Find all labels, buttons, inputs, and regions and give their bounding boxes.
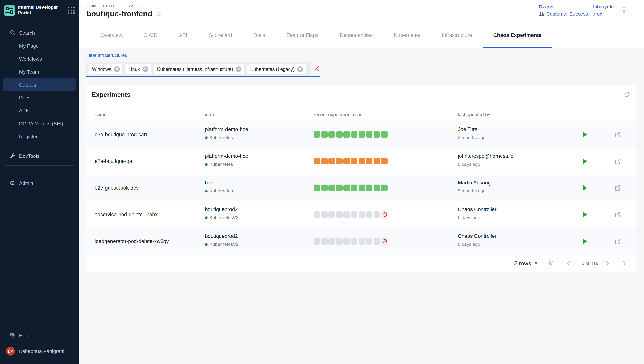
tab-api[interactable]: API bbox=[168, 23, 198, 48]
run-square[interactable] bbox=[381, 185, 388, 191]
tab-scorecard[interactable]: Scorecard bbox=[198, 23, 243, 48]
run-experiment-button[interactable] bbox=[582, 158, 587, 164]
sidebar-item-docs[interactable]: Docs bbox=[0, 91, 79, 104]
run-experiment-button[interactable] bbox=[582, 238, 587, 244]
run-square[interactable] bbox=[381, 131, 388, 138]
run-square[interactable] bbox=[329, 211, 335, 218]
run-square[interactable] bbox=[313, 185, 320, 191]
run-square[interactable] bbox=[344, 185, 350, 191]
tab-infrastructure[interactable]: Infrastructure bbox=[431, 23, 483, 48]
sidebar-item-catalog[interactable]: Catalog bbox=[3, 78, 76, 91]
sidebar-item-register[interactable]: Register bbox=[0, 130, 79, 143]
run-square[interactable] bbox=[321, 185, 328, 191]
filter-infrastructures-link[interactable]: Filter Infrastructures bbox=[86, 52, 127, 58]
table-row[interactable]: loadgenerator-pod-delete-xw3qyboutiquepr… bbox=[86, 228, 636, 254]
open-in-new-icon[interactable] bbox=[614, 131, 621, 138]
open-in-new-icon[interactable] bbox=[614, 211, 621, 218]
chip-remove-icon[interactable]: ✕ bbox=[143, 66, 148, 72]
run-square[interactable] bbox=[336, 158, 343, 165]
open-in-new-icon[interactable] bbox=[614, 238, 621, 244]
app-grid-icon[interactable] bbox=[68, 7, 75, 14]
table-row[interactable]: e2e-guestbook-devhceKubernetesMartin Ans… bbox=[86, 174, 636, 201]
run-square[interactable] bbox=[351, 131, 358, 138]
sidebar-item-dora-metrics-sei-[interactable]: DORA Metrics (SEI) bbox=[0, 117, 79, 130]
first-page-button[interactable] bbox=[548, 260, 555, 266]
tab-overview[interactable]: Overview bbox=[90, 23, 133, 48]
run-square[interactable] bbox=[321, 131, 328, 138]
run-square[interactable] bbox=[351, 158, 358, 165]
tab-dependencies[interactable]: Dependencies bbox=[329, 23, 384, 48]
run-square[interactable] bbox=[344, 238, 350, 245]
run-square[interactable] bbox=[329, 185, 335, 191]
run-square[interactable] bbox=[336, 185, 343, 191]
run-square[interactable] bbox=[329, 238, 335, 245]
run-experiment-button[interactable] bbox=[582, 212, 587, 218]
table-row[interactable]: adservice-pod-delete-5lwbxboutiqueprod2K… bbox=[86, 201, 636, 228]
tab-kubernetes[interactable]: Kubernetes bbox=[383, 23, 431, 48]
sidebar-item-devtools[interactable]: DevTools bbox=[0, 150, 79, 162]
run-square[interactable] bbox=[366, 238, 373, 245]
run-square[interactable] bbox=[359, 238, 365, 245]
refresh-icon[interactable] bbox=[623, 91, 631, 98]
sidebar-item-my-page[interactable]: My Page bbox=[0, 39, 79, 52]
run-square[interactable] bbox=[366, 158, 373, 165]
run-square[interactable] bbox=[366, 211, 373, 218]
run-square[interactable] bbox=[313, 158, 320, 165]
open-in-new-icon[interactable] bbox=[614, 185, 621, 191]
next-page-button[interactable] bbox=[603, 260, 610, 266]
run-square[interactable] bbox=[374, 211, 380, 218]
run-square[interactable] bbox=[344, 158, 350, 165]
favorite-star-icon[interactable]: ☆ bbox=[156, 11, 162, 17]
run-square[interactable] bbox=[374, 238, 380, 245]
user-menu[interactable]: DP Debabrata Panigrahi bbox=[0, 342, 79, 360]
run-square[interactable] bbox=[374, 158, 380, 165]
sidebar-item-search[interactable]: Search bbox=[0, 26, 79, 39]
run-square[interactable] bbox=[359, 158, 365, 165]
run-square[interactable] bbox=[359, 185, 365, 191]
run-experiment-button[interactable] bbox=[582, 132, 587, 138]
run-square[interactable] bbox=[351, 238, 358, 245]
open-in-new-icon[interactable] bbox=[614, 158, 621, 164]
table-row[interactable]: e2e-boutique-qaplatform-demo-hceKubernet… bbox=[86, 148, 636, 174]
run-square[interactable] bbox=[351, 211, 358, 218]
run-square[interactable] bbox=[313, 131, 320, 138]
table-row[interactable]: e2e-boutique-prod-cartplatform-demo-hceK… bbox=[86, 121, 636, 148]
run-square[interactable] bbox=[359, 131, 365, 138]
run-square[interactable] bbox=[329, 131, 335, 138]
kebab-menu-icon[interactable] bbox=[622, 6, 626, 14]
run-square[interactable] bbox=[329, 158, 335, 165]
sidebar-item-my-team[interactable]: My Team bbox=[0, 65, 79, 78]
run-square[interactable] bbox=[321, 158, 328, 165]
run-square[interactable] bbox=[374, 131, 380, 138]
rows-per-page-select[interactable]: 5 rows ▼ bbox=[514, 260, 538, 266]
sidebar-item-apis[interactable]: APIs bbox=[0, 104, 79, 117]
run-square[interactable] bbox=[313, 211, 320, 218]
run-experiment-button[interactable] bbox=[582, 185, 587, 191]
clear-filters-icon[interactable] bbox=[314, 66, 320, 71]
run-square[interactable] bbox=[313, 238, 320, 245]
run-square[interactable] bbox=[321, 238, 328, 245]
tab-feature-flags[interactable]: Feature Flags bbox=[276, 23, 329, 48]
sidebar-item-help[interactable]: ? Help bbox=[0, 329, 79, 342]
run-square[interactable] bbox=[359, 211, 365, 218]
chip-remove-icon[interactable]: ✕ bbox=[297, 66, 303, 72]
run-square[interactable] bbox=[344, 211, 350, 218]
sidebar-item-workflows[interactable]: Workflows bbox=[0, 52, 79, 65]
last-page-button[interactable] bbox=[621, 260, 628, 266]
run-square[interactable] bbox=[351, 185, 358, 191]
owner-value[interactable]: Customer Success bbox=[539, 11, 588, 17]
run-square[interactable] bbox=[366, 185, 373, 191]
run-square[interactable] bbox=[344, 131, 350, 138]
run-square[interactable] bbox=[381, 158, 388, 165]
sidebar-item-admin[interactable]: ⚙Admin bbox=[0, 176, 79, 190]
run-square[interactable] bbox=[336, 211, 343, 218]
tab-chaos-experiments[interactable]: Chaos Experiments bbox=[483, 23, 552, 48]
chip-remove-icon[interactable]: ✕ bbox=[114, 66, 120, 72]
chip-remove-icon[interactable]: ✕ bbox=[236, 66, 241, 72]
run-square[interactable] bbox=[374, 185, 380, 191]
run-square[interactable] bbox=[321, 211, 328, 218]
run-square[interactable] bbox=[366, 131, 373, 138]
prev-page-button[interactable] bbox=[565, 260, 572, 266]
run-square[interactable] bbox=[336, 238, 343, 245]
run-square[interactable] bbox=[336, 131, 343, 138]
